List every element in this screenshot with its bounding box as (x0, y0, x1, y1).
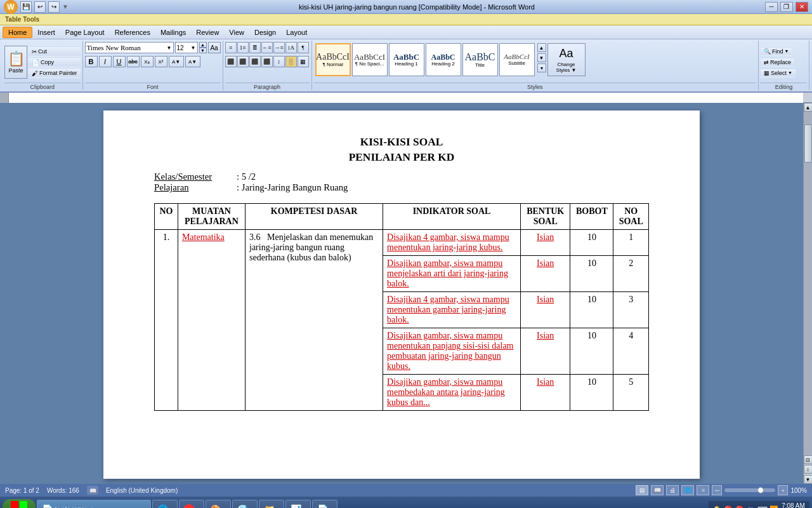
table-tools-bar: Table Tools (0, 14, 812, 25)
select-button[interactable]: ▦ Select ▼ (761, 69, 796, 77)
tray-icon-4[interactable]: 🔉 (747, 505, 756, 508)
start-button[interactable] (3, 499, 36, 508)
menu-view[interactable]: View (224, 27, 249, 37)
replace-button[interactable]: ⇄ Replace (761, 58, 794, 67)
underline-button[interactable]: U (113, 56, 126, 67)
tray-icon-3[interactable]: 🔴 (735, 505, 744, 508)
menu-layout[interactable]: Layout (281, 27, 312, 37)
cut-button[interactable]: ✂ Cut (29, 46, 81, 57)
tray-icon-2[interactable]: 🔴 (724, 505, 733, 508)
font-color-btn[interactable]: A▼ (185, 56, 200, 67)
spell-check-icon[interactable]: 📖 (87, 486, 98, 495)
menu-review[interactable]: Review (191, 27, 224, 37)
svg-rect-2 (11, 501, 18, 508)
align-right-btn[interactable]: ⬛ (249, 56, 261, 67)
zoom-decrease-btn[interactable]: ─ (712, 485, 722, 495)
view-reading-btn[interactable]: 📖 (651, 485, 664, 495)
font-size-dropdown[interactable]: 12 ▼ (175, 42, 198, 53)
format-painter-button[interactable]: 🖌 Format Painter (29, 68, 81, 78)
font-decrease-btn[interactable]: ▼ (199, 48, 207, 53)
zoom-level[interactable]: 100% (790, 487, 807, 494)
superscript-button[interactable]: X² (155, 56, 167, 67)
zoom-doc-btn[interactable]: ⊡ (804, 455, 813, 464)
view-ruler-btn[interactable]: ↕ (804, 465, 813, 474)
italic-button[interactable]: I (99, 56, 112, 67)
menu-page-layout[interactable]: Page Layout (60, 27, 110, 37)
redo-btn[interactable]: ↪ (48, 1, 60, 13)
zoom-slider[interactable] (724, 488, 775, 492)
style-h1-tile[interactable]: AaBbC Heading 1 (389, 43, 424, 76)
scroll-up-btn[interactable]: ▲ (804, 103, 813, 112)
style-nospace-tile[interactable]: AaBbCcI ¶ No Spaci... (352, 43, 388, 76)
font-name-dropdown[interactable]: Times New Roman ▼ (85, 42, 174, 53)
change-styles-button[interactable]: Aa ChangeStyles ▼ (547, 43, 586, 76)
close-btn[interactable]: ✕ (796, 2, 808, 12)
align-left-btn[interactable]: ⬛ (225, 56, 237, 67)
find-button[interactable]: 🔍 Find ▼ (761, 47, 792, 56)
align-center-btn[interactable]: ⬛ (237, 56, 249, 67)
style-normal-tile[interactable]: AaBbCcI ¶ Normal (315, 43, 351, 76)
justify-btn[interactable]: ⬛ (261, 56, 273, 67)
taskbar-word-app[interactable]: 📄 kisi-kisi UH jaring... (37, 500, 151, 508)
font-size-arrow[interactable]: ▼ (191, 45, 196, 51)
tray-icon-6[interactable]: 📶 (769, 505, 778, 508)
text-highlight-btn[interactable]: A▼ (169, 56, 184, 67)
subscript-button[interactable]: X₂ (141, 56, 154, 67)
restore-btn[interactable]: ❐ (780, 2, 793, 12)
zoom-slider-thumb[interactable] (757, 487, 764, 493)
view-outline-btn[interactable]: ≡ (697, 485, 709, 495)
decrease-indent-btn[interactable]: ←≡ (261, 42, 273, 53)
style-title-tile[interactable]: AaBbC Title (462, 43, 498, 76)
style-normal-label: ¶ Normal (322, 62, 343, 67)
font-increase-btn[interactable]: ▲ (199, 42, 207, 48)
numbering-btn[interactable]: 1≡ (237, 42, 249, 53)
styles-expand[interactable]: ▾ (537, 64, 546, 72)
scroll-thumb[interactable] (804, 124, 812, 163)
view-print-btn[interactable]: 🖨 (666, 485, 679, 495)
sort-btn[interactable]: ↕A (285, 42, 297, 53)
style-subtitle-tile[interactable]: AaBbCcI Subtitle (499, 43, 535, 76)
styles-scroll-down[interactable]: ▼ (537, 53, 546, 62)
menu-references[interactable]: References (110, 27, 155, 37)
styles-scroll-up[interactable]: ▲ (537, 43, 546, 52)
taskbar-app-6[interactable]: 📁 (259, 500, 284, 508)
style-h2-tile[interactable]: AaBbC Heading 2 (426, 43, 461, 76)
scroll-track[interactable] (804, 112, 813, 455)
copy-button[interactable]: 📄 Copy (29, 57, 81, 67)
taskbar-app-7[interactable]: 📊 (285, 500, 311, 508)
taskbar-app-2[interactable]: 🌐 (152, 500, 178, 508)
menu-home[interactable]: Home (3, 27, 32, 38)
zoom-increase-btn[interactable]: + (778, 485, 788, 495)
quick-save-btn[interactable]: 💾 (20, 1, 32, 13)
status-words: Words: 166 (47, 487, 79, 494)
line-spacing-btn[interactable]: ↕ (273, 56, 285, 67)
minimize-btn[interactable]: ─ (765, 2, 778, 12)
shading-btn[interactable]: ░ (285, 56, 297, 67)
increase-indent-btn[interactable]: →≡ (273, 42, 285, 53)
show-marks-btn[interactable]: ¶ (298, 42, 309, 53)
taskbar-app-4[interactable]: 🎨 (206, 500, 231, 508)
clear-formatting-btn[interactable]: Aa (208, 42, 221, 53)
view-normal-btn[interactable]: ▤ (636, 485, 648, 495)
bullets-btn[interactable]: ≡ (225, 42, 237, 53)
paste-button[interactable]: 📋 Paste (4, 46, 27, 79)
multilevel-btn[interactable]: ≣ (249, 42, 261, 53)
tray-icon-5[interactable]: ⌨ (758, 505, 767, 508)
taskbar-app-8[interactable]: 📄 (312, 500, 337, 508)
taskbar-app-3[interactable]: ⬤ (179, 500, 204, 508)
scroll-down-btn[interactable]: ▼ (804, 475, 813, 484)
font-dropdown-arrow[interactable]: ▼ (167, 45, 172, 51)
bold-button[interactable]: B (85, 56, 98, 67)
menu-insert[interactable]: Insert (32, 27, 60, 37)
border-btn[interactable]: ▦ (298, 56, 309, 67)
meta-pelajaran-value: : Jaring-Jaring Bangun Ruang (224, 182, 649, 193)
menu-mailings[interactable]: Mailings (155, 27, 191, 37)
cell-bobot-3: 10 (570, 292, 613, 328)
strikethrough-button[interactable]: abc (127, 56, 140, 67)
tray-icon-1[interactable]: 🔔 (712, 505, 721, 508)
undo-btn[interactable]: ↩ (34, 1, 46, 13)
view-web-btn[interactable]: 🌐 (681, 485, 694, 495)
taskbar-app-5[interactable]: 💎 (232, 500, 258, 508)
header-bobot: BOBOT (570, 204, 613, 230)
menu-design[interactable]: Design (249, 27, 281, 37)
